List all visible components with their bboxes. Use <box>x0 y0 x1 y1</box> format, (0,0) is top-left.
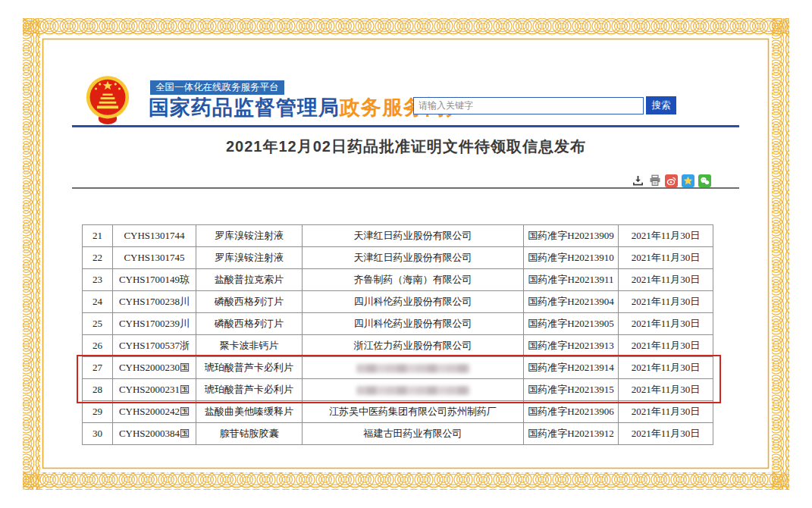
qzone-share-icon[interactable] <box>682 174 694 187</box>
cell-acceptance-no: CYHS2000230国 <box>113 357 196 379</box>
cell-date: 2021年11月30日 <box>619 335 713 357</box>
table-row: 29CYHS2000242国盐酸曲美他嗪缓释片江苏吴中医药集团有限公司苏州制药厂… <box>83 401 713 423</box>
cell-serial: 27 <box>83 357 113 379</box>
site-name-primary: 国家药品监督管理局 <box>149 96 340 119</box>
header-divider <box>72 125 739 127</box>
cell-acceptance-no: CYHS1700239川 <box>113 313 196 335</box>
cell-serial: 21 <box>83 225 113 247</box>
cell-company: 福建古田药业有限公司 <box>303 423 524 445</box>
wechat-share-icon[interactable] <box>698 174 711 187</box>
table-row: 21CYHS1301744罗库溴铵注射液天津红日药业股份有限公司国药准字H202… <box>83 225 713 247</box>
cell-date: 2021年11月30日 <box>619 313 713 335</box>
cell-company: 天津红日药业股份有限公司 <box>303 225 524 247</box>
cell-company: 天津红日药业股份有限公司 <box>303 247 524 269</box>
content-area: 全国一体化在线政务服务平台 国家药品监督管理局政务服务门户 搜索 2021年12… <box>0 0 812 508</box>
cell-date: 2021年11月30日 <box>619 225 713 247</box>
table-row: 25CYHS1700239川磷酸西格列汀片四川科伦药业股份有限公司国药准字H20… <box>83 313 713 335</box>
results-table: 21CYHS1301744罗库溴铵注射液天津红日药业股份有限公司国药准字H202… <box>82 224 713 445</box>
cell-date: 2021年11月30日 <box>619 269 713 291</box>
table-row: 30CYHS2000384国腺苷钴胺胶囊福建古田药业有限公司国药准字H20213… <box>83 423 713 445</box>
table-row: 24CYHS1700238川磷酸西格列汀片四川科伦药业股份有限公司国药准字H20… <box>83 291 713 313</box>
cell-date: 2021年11月30日 <box>619 379 713 401</box>
cell-acceptance-no: CYHS1700537浙 <box>113 335 196 357</box>
search-bar: 搜索 <box>413 96 676 114</box>
cell-date: 2021年11月30日 <box>619 357 713 379</box>
cell-approval-no: 国药准字H20213905 <box>524 313 619 335</box>
cell-approval-no: 国药准字H20213909 <box>524 225 619 247</box>
cell-approval-no: 国药准字H20213915 <box>524 379 619 401</box>
cell-drug-name: 腺苷钴胺胶囊 <box>196 423 303 445</box>
search-input[interactable] <box>413 97 644 114</box>
cell-company: 江苏吴中医药集团有限公司苏州制药厂 <box>303 401 524 423</box>
cell-company: 四川科伦药业股份有限公司 <box>303 291 524 313</box>
cell-acceptance-no: CYHS1301744 <box>113 225 196 247</box>
cell-approval-no: 国药准字H20213910 <box>524 247 619 269</box>
page-title: 2021年12月02日药品批准证明文件待领取信息发布 <box>44 136 768 157</box>
redacted-company <box>356 386 470 395</box>
cell-drug-name: 盐酸普拉克索片 <box>196 269 303 291</box>
table-row: 27CYHS2000230国琥珀酸普芦卡必利片国药准字H202139142021… <box>83 357 713 379</box>
toolbar-divider <box>72 187 739 189</box>
cell-drug-name: 磷酸西格列汀片 <box>196 291 303 313</box>
cell-serial: 26 <box>83 335 113 357</box>
cell-approval-no: 国药准字H20213904 <box>524 291 619 313</box>
cell-drug-name: 罗库溴铵注射液 <box>196 225 303 247</box>
cell-acceptance-no: CYHS2000242国 <box>113 401 196 423</box>
cell-approval-no: 国药准字H20213906 <box>524 401 619 423</box>
cell-serial: 25 <box>83 313 113 335</box>
cell-date: 2021年11月30日 <box>619 291 713 313</box>
cell-acceptance-no: CYHS1301745 <box>113 247 196 269</box>
print-icon[interactable] <box>648 174 661 187</box>
table-row: 28CYHS2000231国琥珀酸普芦卡必利片国药准字H202139152021… <box>83 379 713 401</box>
cell-drug-name: 琥珀酸普芦卡必利片 <box>196 357 303 379</box>
cell-approval-no: 国药准字H20213914 <box>524 357 619 379</box>
toolbar <box>632 174 711 187</box>
cell-approval-no: 国药准字H20213913 <box>524 335 619 357</box>
cell-drug-name: 磷酸西格列汀片 <box>196 313 303 335</box>
platform-badge: 全国一体化在线政务服务平台 <box>150 80 284 95</box>
cell-serial: 29 <box>83 401 113 423</box>
national-emblem-logo <box>85 74 130 126</box>
table-row: 22CYHS1301745罗库溴铵注射液天津红日药业股份有限公司国药准字H202… <box>83 247 713 269</box>
cell-drug-name: 盐酸曲美他嗪缓释片 <box>196 401 303 423</box>
cell-serial: 22 <box>83 247 113 269</box>
table-body: 21CYHS1301744罗库溴铵注射液天津红日药业股份有限公司国药准字H202… <box>83 225 713 445</box>
cell-drug-name: 罗库溴铵注射液 <box>196 247 303 269</box>
cell-drug-name: 聚卡波非钙片 <box>196 335 303 357</box>
cell-drug-name: 琥珀酸普芦卡必利片 <box>196 379 303 401</box>
table-row: 23CYHS1700149琼盐酸普拉克索片齐鲁制药（海南）有限公司国药准字H20… <box>83 269 713 291</box>
cell-acceptance-no: CYHS2000384国 <box>113 423 196 445</box>
cell-serial: 28 <box>83 379 113 401</box>
cell-approval-no: 国药准字H20213912 <box>524 423 619 445</box>
cell-company <box>303 357 524 379</box>
cell-company <box>303 379 524 401</box>
cell-company: 四川科伦药业股份有限公司 <box>303 313 524 335</box>
page: 全国一体化在线政务服务平台 国家药品监督管理局政务服务门户 搜索 2021年12… <box>0 0 812 508</box>
cell-company: 浙江佐力药业股份有限公司 <box>303 335 524 357</box>
cell-date: 2021年11月30日 <box>619 423 713 445</box>
cell-serial: 30 <box>83 423 113 445</box>
cell-date: 2021年11月30日 <box>619 401 713 423</box>
search-button[interactable]: 搜索 <box>646 96 676 114</box>
cell-serial: 24 <box>83 291 113 313</box>
cell-date: 2021年11月30日 <box>619 247 713 269</box>
weibo-share-icon[interactable] <box>665 174 678 187</box>
table-row: 26CYHS1700537浙聚卡波非钙片浙江佐力药业股份有限公司国药准字H202… <box>83 335 713 357</box>
cell-acceptance-no: CYHS1700149琼 <box>113 269 196 291</box>
cell-approval-no: 国药准字H20213911 <box>524 269 619 291</box>
cell-acceptance-no: CYHS1700238川 <box>113 291 196 313</box>
download-icon[interactable] <box>632 174 644 187</box>
redacted-company <box>356 364 470 373</box>
cell-acceptance-no: CYHS2000231国 <box>113 379 196 401</box>
cell-company: 齐鲁制药（海南）有限公司 <box>303 269 524 291</box>
cell-serial: 23 <box>83 269 113 291</box>
